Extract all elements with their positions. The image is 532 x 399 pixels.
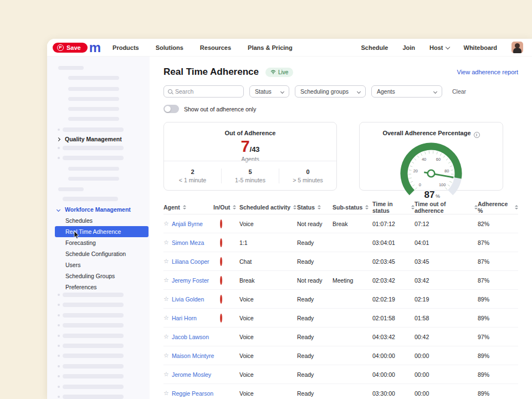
agent-name-link[interactable]: Anjali Byrne bbox=[172, 221, 203, 227]
chevron-down-icon bbox=[357, 89, 361, 93]
star-icon[interactable]: ☆ bbox=[163, 295, 169, 303]
agent-name-link[interactable]: Jerome Mosley bbox=[172, 371, 211, 378]
nav-link-resources[interactable]: Resources bbox=[200, 44, 231, 51]
agent-name-link[interactable]: Maison Mcintyre bbox=[172, 352, 214, 359]
star-icon[interactable]: ☆ bbox=[163, 258, 169, 265]
sidebar-item-users[interactable]: Users bbox=[47, 259, 150, 270]
column-header-adherence-%[interactable]: Adherence % bbox=[478, 201, 518, 214]
column-header-status[interactable]: Status bbox=[297, 204, 332, 211]
scheduling-groups-dropdown[interactable]: Scheduling groups bbox=[295, 85, 366, 98]
agent-name-link[interactable]: Simon Meza bbox=[172, 239, 204, 246]
agent-name-link[interactable]: Reggie Pearson bbox=[172, 390, 213, 397]
sidebar-item-scheduling-groups[interactable]: Scheduling Groups bbox=[47, 270, 150, 282]
sidebar: Quality Management Workforce Management … bbox=[47, 57, 150, 399]
search-input[interactable] bbox=[175, 88, 239, 95]
sort-icon[interactable] bbox=[183, 205, 186, 209]
agent-name-link[interactable]: Jacob Lawson bbox=[172, 334, 209, 340]
sidebar-skeleton-bar bbox=[63, 293, 124, 297]
sidebar-item-workforce-management[interactable]: Workforce Management bbox=[47, 204, 150, 214]
star-icon[interactable]: ☆ bbox=[163, 220, 169, 227]
breakdown-column: 2 < 1 minute bbox=[164, 168, 221, 183]
nav-link-join[interactable]: Join bbox=[402, 44, 415, 51]
out-of-adherence-toggle[interactable] bbox=[163, 105, 179, 113]
breakdown-column: 5 1-5 minutes bbox=[221, 168, 279, 183]
sidebar-skeleton-dot bbox=[58, 386, 60, 388]
sort-icon[interactable] bbox=[515, 205, 518, 209]
time-in-status-cell: 04:03:42 bbox=[372, 334, 415, 340]
agents-dropdown[interactable]: Agents bbox=[371, 85, 442, 98]
star-icon[interactable]: ☆ bbox=[163, 239, 169, 246]
nav-link-solutions[interactable]: Solutions bbox=[156, 44, 183, 51]
sidebar-skeleton-bar bbox=[63, 156, 124, 160]
sidebar-item-preferences[interactable]: Preferences bbox=[47, 282, 150, 293]
sidebar-skeleton-bar bbox=[63, 303, 124, 307]
status-cell: Ready bbox=[297, 352, 332, 359]
star-icon[interactable]: ☆ bbox=[163, 390, 169, 397]
status-cell: Not ready bbox=[297, 277, 332, 284]
time-out-of-adherence-cell: 00:00 bbox=[415, 352, 478, 359]
table-row: ☆ Anjali Byrne Voice Not ready Break 01:… bbox=[163, 214, 518, 233]
clear-filters-button[interactable]: Clear bbox=[452, 88, 466, 95]
breakdown-column: 0 > 5 minutes bbox=[279, 168, 336, 183]
star-icon[interactable]: ☆ bbox=[163, 371, 169, 378]
scheduling-groups-label: Scheduling groups bbox=[300, 88, 349, 95]
sidebar-item-real-time-adherence[interactable]: Real Time Adherence bbox=[55, 226, 149, 237]
nav-link-plans-pricing[interactable]: Plans & Pricing bbox=[248, 44, 293, 51]
pinterest-save-button[interactable]: P Save bbox=[53, 43, 88, 53]
view-adherence-report-link[interactable]: View adherence report bbox=[457, 69, 518, 75]
sidebar-skeleton-dot bbox=[58, 129, 60, 131]
sidebar-item-quality-management[interactable]: Quality Management bbox=[47, 134, 150, 144]
sidebar-skeleton-bar bbox=[63, 334, 124, 338]
agent-name-link[interactable]: Jeremy Foster bbox=[172, 277, 209, 284]
time-in-status-cell: 02:03:45 bbox=[372, 258, 415, 265]
scheduled-activity-cell: Chat bbox=[239, 258, 297, 265]
agent-cell: ☆ Livia Golden bbox=[163, 295, 213, 303]
brand-logo[interactable]: m bbox=[89, 42, 100, 53]
sidebar-skeleton-dot bbox=[58, 375, 60, 377]
sort-icon[interactable] bbox=[293, 205, 296, 209]
column-header-agent[interactable]: Agent bbox=[163, 204, 213, 211]
time-out-of-adherence-cell: 07:12 bbox=[415, 221, 478, 227]
user-avatar[interactable] bbox=[511, 42, 523, 53]
adherence-cell: 87% bbox=[478, 277, 518, 284]
nav-link-host[interactable]: Host bbox=[429, 44, 449, 51]
status-dropdown[interactable]: Status bbox=[249, 85, 289, 98]
sort-icon[interactable] bbox=[233, 205, 236, 209]
nav-link-schedule[interactable]: Schedule bbox=[361, 44, 388, 51]
sidebar-skeleton-bar bbox=[58, 66, 84, 70]
scheduled-activity-cell: Voice bbox=[239, 352, 297, 359]
adherence-cell: 89% bbox=[478, 390, 518, 397]
agent-name-link[interactable]: Hari Horn bbox=[172, 315, 197, 321]
out-of-adherence-title: Out of Adherence bbox=[164, 130, 336, 136]
star-icon[interactable]: ☆ bbox=[163, 352, 169, 359]
sidebar-item-forecasting[interactable]: Forecasting bbox=[47, 237, 150, 248]
sidebar-skeleton-bar bbox=[63, 364, 124, 369]
svg-text:0: 0 bbox=[419, 182, 421, 187]
in-out-cell bbox=[213, 296, 239, 303]
column-header-scheduled-activity[interactable]: Scheduled activity bbox=[239, 204, 297, 211]
agent-name-link[interactable]: Livia Golden bbox=[172, 296, 204, 303]
agent-cell: ☆ Maison Mcintyre bbox=[163, 352, 213, 359]
sidebar-item-schedule-configuration[interactable]: Schedule Configuration bbox=[47, 248, 150, 259]
star-icon[interactable]: ☆ bbox=[163, 277, 169, 284]
status-cell: Ready bbox=[297, 390, 332, 397]
sort-icon[interactable] bbox=[318, 205, 321, 209]
nav-links: ProductsSolutionsResourcesPlans & Pricin… bbox=[112, 44, 293, 51]
column-header-in-out[interactable]: In/Out bbox=[213, 204, 239, 211]
star-icon[interactable]: ☆ bbox=[163, 333, 169, 340]
info-icon[interactable]: i bbox=[474, 132, 480, 138]
nav-link-whiteboard[interactable]: Whiteboard bbox=[464, 44, 498, 51]
nav-link-products[interactable]: Products bbox=[112, 44, 139, 51]
agent-cell: ☆ Reggie Pearson bbox=[163, 390, 213, 397]
agent-name-link[interactable]: Liliana Cooper bbox=[172, 258, 209, 265]
chevron-down-icon bbox=[445, 44, 449, 49]
adherence-cell: 87% bbox=[478, 258, 518, 265]
sidebar-item-schedules[interactable]: Schedules bbox=[47, 215, 150, 226]
star-icon[interactable]: ☆ bbox=[163, 314, 169, 321]
sidebar-skeleton-dot bbox=[58, 365, 60, 367]
sidebar-skeleton-bar bbox=[63, 395, 124, 399]
column-header-sub-status[interactable]: Sub-status bbox=[332, 204, 372, 211]
sort-icon[interactable] bbox=[365, 205, 369, 209]
scheduled-activity-cell: Break bbox=[239, 277, 297, 284]
sidebar-skeleton-dot bbox=[58, 335, 60, 337]
